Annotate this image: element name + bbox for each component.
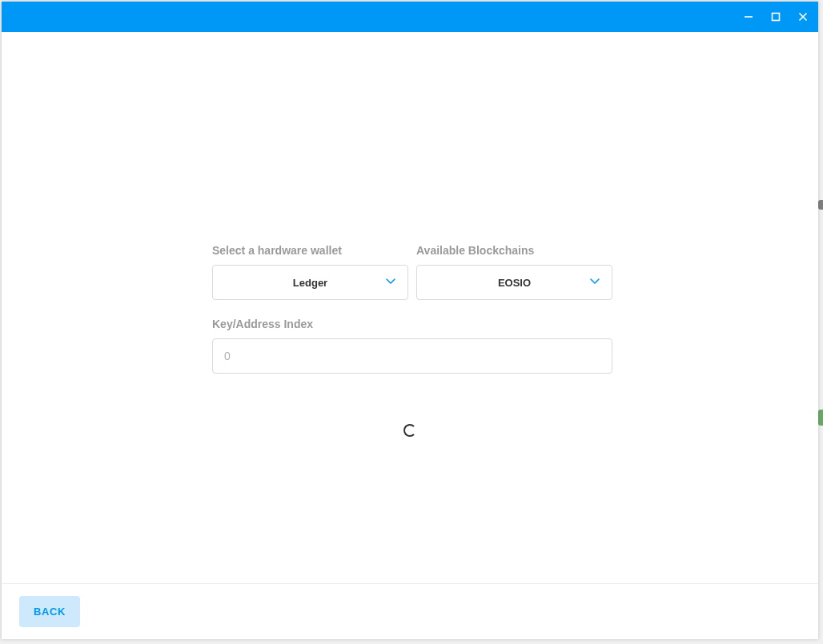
maximize-button[interactable] (767, 8, 785, 26)
key-index-field: Key/Address Index (212, 318, 612, 374)
background-edge-hint (818, 200, 823, 210)
minimize-button[interactable] (740, 8, 757, 26)
blockchain-label: Available Blockchains (416, 244, 612, 257)
chevron-down-icon (589, 275, 600, 290)
titlebar (2, 2, 818, 32)
hardware-wallet-selected-value: Ledger (213, 277, 407, 289)
chevron-down-icon (385, 275, 396, 290)
hardware-wallet-select[interactable]: Ledger (212, 265, 408, 300)
app-window: Select a hardware wallet Ledger Availabl… (2, 2, 818, 639)
close-icon (798, 12, 808, 22)
svg-rect-1 (773, 14, 780, 21)
minimize-icon (744, 12, 753, 22)
blockchain-select[interactable]: EOSIO (416, 265, 612, 300)
key-index-input[interactable] (212, 338, 612, 374)
hardware-wallet-label: Select a hardware wallet (212, 244, 408, 257)
hardware-wallet-field: Select a hardware wallet Ledger (212, 244, 408, 300)
select-row: Select a hardware wallet Ledger Availabl… (212, 244, 612, 300)
maximize-icon (771, 12, 781, 22)
key-index-label: Key/Address Index (212, 318, 612, 330)
footer: BACK (2, 583, 818, 639)
loading-spinner-icon (403, 424, 416, 437)
background-edge-hint (818, 410, 823, 426)
hardware-wallet-form: Select a hardware wallet Ledger Availabl… (212, 244, 612, 374)
close-button[interactable] (794, 8, 812, 26)
back-button[interactable]: BACK (19, 596, 80, 627)
loading-area (403, 424, 416, 437)
blockchain-field: Available Blockchains EOSIO (416, 244, 612, 300)
blockchain-selected-value: EOSIO (417, 277, 612, 289)
content-area: Select a hardware wallet Ledger Availabl… (2, 32, 818, 583)
